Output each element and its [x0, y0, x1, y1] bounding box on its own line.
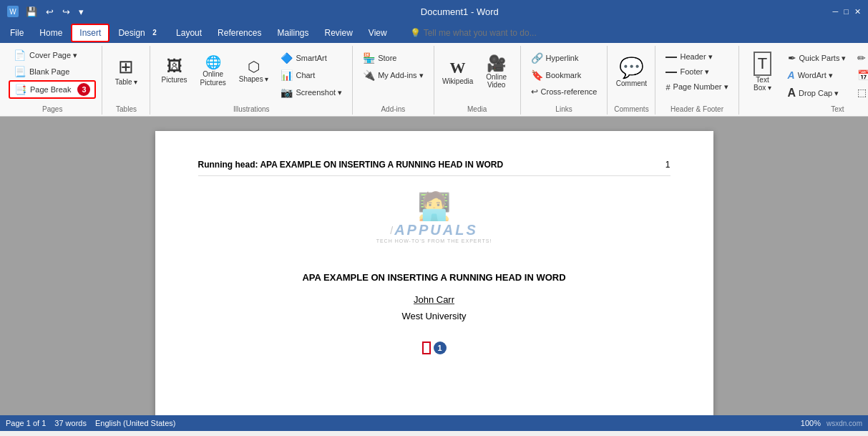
quick-access-toolbar: 💾 ↩ ↪ ▾ [23, 5, 87, 19]
doc-author: John Carr [198, 294, 670, 305]
blank-page-button[interactable]: 📃 Blank Page [9, 64, 96, 79]
illustrations-group-label: Illustrations [156, 103, 346, 113]
menu-layout[interactable]: Layout [169, 25, 209, 41]
doc-title: APA EXAMPLE ON INSERTING A RUNNING HEAD … [198, 272, 670, 283]
text-buttons: T Text Box ▾ ✒ Quick Parts ▾ A WordArt ▾… [745, 47, 868, 102]
cover-page-label: Cover Page ▾ [29, 51, 77, 60]
appuals-figure-icon: 🧑‍💻 [417, 190, 451, 222]
menu-file[interactable]: File [3, 25, 31, 41]
hyperlink-icon: 🔗 [531, 52, 543, 64]
cross-reference-icon: ↩ [531, 87, 538, 97]
footer-button[interactable]: Footer ▾ [661, 65, 732, 79]
cursor-indicator: 1 [422, 341, 447, 354]
cursor-box [422, 341, 431, 354]
chart-icon: 📊 [281, 69, 293, 81]
menu-view[interactable]: View [361, 25, 394, 41]
online-video-button[interactable]: 🎥 OnlineVideo [479, 47, 515, 96]
page-number-icon: # [665, 83, 670, 92]
drop-cap-icon: A [788, 87, 796, 100]
page-break-label: Page Break [30, 85, 71, 94]
cover-page-button[interactable]: 📄 Cover Page ▾ [9, 47, 96, 63]
menu-home[interactable]: Home [32, 25, 69, 41]
maximize-button[interactable]: □ [844, 7, 849, 16]
online-pictures-button[interactable]: 🌐 OnlinePictures [195, 47, 231, 96]
word-count: 37 words [54, 419, 87, 427]
menu-references[interactable]: References [210, 25, 268, 41]
menu-design[interactable]: Design 2 [111, 24, 167, 42]
page-number-label: Page Number ▾ [673, 82, 728, 92]
store-button[interactable]: 🏪 Store [359, 50, 427, 66]
drop-cap-button[interactable]: A Drop Cap ▾ [784, 84, 851, 102]
close-button[interactable]: ✕ [854, 7, 861, 16]
lightbulb-icon: 💡 [410, 28, 421, 38]
comment-button[interactable]: 💬 Comment [613, 47, 649, 96]
header-footer-group-label: Header & Footer [661, 103, 732, 113]
wsxdn-watermark: wsxdn.com [826, 420, 862, 427]
zoom-level: 100% [801, 419, 821, 427]
window-controls: ─ □ ✕ [833, 7, 861, 16]
online-video-icon: 🎥 [487, 54, 506, 73]
ribbon-group-header-footer: Header ▾ Footer ▾ # Page Number ▾ Header… [655, 46, 738, 115]
minimize-button[interactable]: ─ [833, 7, 839, 16]
smartart-icon: 🔷 [281, 52, 293, 64]
addins-buttons: 🏪 Store 🔌 My Add-ins ▾ [359, 47, 427, 102]
my-addins-button[interactable]: 🔌 My Add-ins ▾ [359, 67, 427, 83]
page-break-button[interactable]: 📑 Page Break 3 [9, 80, 96, 99]
date-time-icon: 📅 [857, 69, 868, 81]
text-box-button[interactable]: T Text Box ▾ [745, 47, 781, 96]
cover-page-icon: 📄 [14, 49, 26, 61]
text-box-icon: T [754, 52, 771, 76]
shapes-button[interactable]: ⬡ Shapes ▾ [234, 47, 274, 96]
wordart-button[interactable]: A WordArt ▾ [784, 67, 851, 83]
text-box-label: Text Box ▾ [750, 76, 776, 92]
status-bar-right: 100% wsxdn.com [801, 419, 862, 427]
smartart-label: SmartArt [296, 54, 326, 62]
tell-me-input[interactable] [424, 28, 552, 38]
quick-parts-button[interactable]: ✒ Quick Parts ▾ [784, 50, 851, 66]
ribbon-group-media: W Wikipedia 🎥 OnlineVideo Media [434, 46, 521, 115]
table-button[interactable]: ⊞ Table ▾ [108, 47, 144, 96]
page-number-display: 1 [665, 160, 670, 170]
menu-review[interactable]: Review [317, 25, 359, 41]
ribbon-group-text: T Text Box ▾ ✒ Quick Parts ▾ A WordArt ▾… [739, 46, 868, 115]
screenshot-button[interactable]: 📷 Screenshot ▾ [276, 84, 346, 100]
bookmark-button[interactable]: 🔖 Bookmark [527, 67, 602, 83]
header-label: Header ▾ [680, 52, 712, 62]
menu-insert[interactable]: Insert [71, 24, 109, 42]
menu-mailings[interactable]: Mailings [270, 25, 316, 41]
table-icon: ⊞ [118, 57, 134, 76]
pictures-button[interactable]: 🖼 Pictures [156, 47, 192, 96]
tables-group-label: Tables [108, 103, 144, 113]
ribbon: 📄 Cover Page ▾ 📃 Blank Page 📑 Page Break… [0, 43, 868, 117]
ribbon-group-comments: 💬 Comment Comments [608, 46, 655, 115]
chart-button[interactable]: 📊 Chart [276, 67, 346, 83]
online-pictures-icon: 🌐 [205, 56, 221, 69]
comments-buttons: 💬 Comment [613, 47, 649, 102]
appuals-watermark: 🧑‍💻 / APPUALS TECH HOW-TO'S FROM THE EXP… [198, 190, 670, 243]
screenshot-icon: 📷 [281, 87, 293, 98]
cross-reference-button[interactable]: ↩ Cross-reference [527, 84, 602, 99]
bookmark-icon: 🔖 [531, 69, 543, 81]
wikipedia-button[interactable]: W Wikipedia [440, 47, 476, 96]
save-button[interactable]: 💾 [23, 5, 40, 19]
smartart-col: 🔷 SmartArt 📊 Chart 📷 Screenshot ▾ [276, 47, 346, 100]
tables-buttons: ⊞ Table ▾ [108, 47, 144, 102]
addins-group-label: Add-ins [359, 103, 427, 113]
object-icon: ⬚ [857, 87, 867, 98]
signature-line-button[interactable]: ✏ Signature Line ▾ [853, 50, 868, 66]
drop-cap-label: Drop Cap ▾ [799, 89, 839, 98]
date-time-button[interactable]: 📅 Date & Time [853, 67, 868, 83]
online-video-label: OnlineVideo [486, 73, 507, 89]
redo-button[interactable]: ↪ [59, 5, 73, 19]
smartart-button[interactable]: 🔷 SmartArt [276, 50, 346, 66]
undo-button[interactable]: ↩ [43, 5, 57, 19]
menu-bar: File Home Insert Design 2 Layout Referen… [0, 23, 868, 43]
tell-me-bar[interactable]: 💡 [410, 28, 552, 38]
header-button[interactable]: Header ▾ [661, 50, 732, 64]
hyperlink-button[interactable]: 🔗 Hyperlink [527, 50, 602, 66]
customize-button[interactable]: ▾ [76, 5, 87, 19]
object-button[interactable]: ⬚ Object ▾ [853, 84, 868, 100]
page-number-button[interactable]: # Page Number ▾ [661, 80, 732, 94]
appuals-slash: / [390, 225, 393, 236]
cross-reference-label: Cross-reference [541, 87, 598, 96]
